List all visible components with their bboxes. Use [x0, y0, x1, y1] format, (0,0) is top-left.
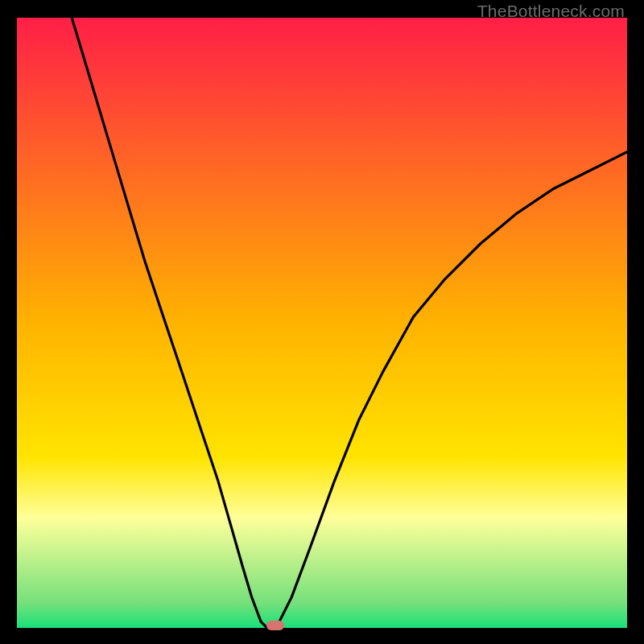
gradient-background	[17, 18, 627, 628]
chart-frame	[17, 18, 627, 628]
bottleneck-chart	[17, 18, 627, 628]
optimal-point-marker	[266, 621, 284, 630]
